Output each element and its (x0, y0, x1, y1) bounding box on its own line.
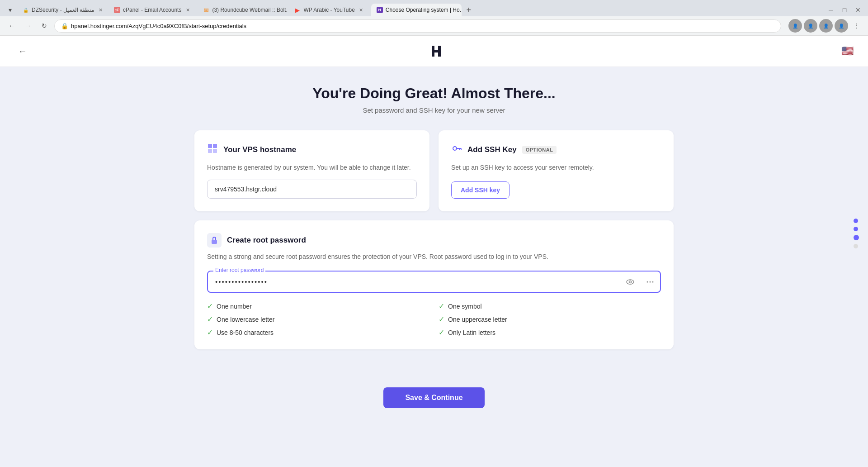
progress-dot-4 (854, 244, 858, 248)
req-latin-letters-text: Only Latin letters (448, 329, 495, 336)
url-text: hpanel.hostinger.com/AzqVgEU4c0a9XC0fB/s… (71, 23, 246, 29)
tab-favicon-roundcube: ✉ (203, 7, 209, 13)
req-one-uppercase-text: One uppercase letter (448, 316, 507, 323)
tab-dzSecurity[interactable]: 🔒 DZSecurity - منطقة العميل ✕ (17, 4, 108, 16)
ssh-key-card: Add SSH Key OPTIONAL Set up an SSH key t… (439, 130, 674, 211)
tab-title-roundcube: (3) Roundcube Webmail :: Bolt... (212, 7, 288, 13)
tab-title-cpanel: cPanel - Email Accounts (123, 7, 181, 13)
url-bar[interactable]: 🔒 hpanel.hostinger.com/AzqVgEU4c0a9XC0fB… (54, 19, 781, 33)
lock-svg-icon (210, 236, 219, 245)
password-input[interactable] (208, 272, 620, 292)
req-one-number-check: ✓ (207, 302, 213, 310)
close-window-button[interactable]: ✕ (852, 4, 864, 16)
logo (428, 43, 444, 59)
maximize-button[interactable]: □ (838, 4, 851, 16)
minimize-button[interactable]: ─ (825, 4, 837, 16)
req-one-uppercase: ✓ One uppercase letter (439, 315, 661, 324)
svg-point-13 (652, 281, 654, 282)
eye-icon (626, 277, 635, 286)
profile-avatar-4[interactable]: 👤 (835, 19, 848, 33)
tab-close-cpanel[interactable]: ✕ (184, 6, 191, 14)
progress-dot-2 (854, 227, 858, 231)
ssh-key-icon (451, 143, 462, 157)
profile-avatar-3[interactable]: 👤 (819, 19, 833, 33)
svg-rect-2 (208, 149, 212, 153)
req-one-symbol-text: One symbol (448, 303, 482, 310)
req-latin-letters-check: ✓ (439, 328, 444, 337)
svg-rect-0 (208, 144, 212, 148)
svg-point-9 (627, 280, 634, 284)
save-button-wrap: Save & Continue (0, 376, 868, 419)
tab-favicon-youtube: ▶ (294, 7, 301, 13)
language-flag[interactable]: 🇺🇸 (841, 45, 854, 57)
tab-close-dzSecurity[interactable]: ✕ (97, 6, 104, 14)
tab-hostinger[interactable]: H Choose Operating system | Ho... ✕ (371, 4, 462, 16)
password-description: Setting a strong and secure root passwor… (207, 252, 661, 262)
back-nav-button[interactable]: ← (5, 19, 18, 32)
password-card-header: Create root password (207, 233, 661, 248)
req-one-uppercase-check: ✓ (439, 315, 444, 324)
page-content: ← 🇺🇸 You're Doing Great! Almost There...… (0, 36, 868, 467)
toggle-password-visibility-button[interactable] (620, 272, 640, 292)
generate-icon (646, 277, 655, 286)
req-character-length: ✓ Use 8-50 characters (207, 328, 429, 337)
profile-avatar-1[interactable]: 👤 (788, 19, 802, 33)
req-one-number-text: One number (217, 303, 252, 310)
tab-youtube[interactable]: ▶ WP Arabic - YouTube ✕ (289, 4, 370, 16)
hostinger-logo-icon (428, 43, 444, 59)
new-tab-button[interactable]: + (462, 4, 475, 16)
tab-close-youtube[interactable]: ✕ (358, 6, 365, 14)
vps-hostname-card-header: Your VPS hostname (207, 143, 417, 157)
tab-title-dzSecurity: DZSecurity - منطقة العميل (32, 7, 94, 13)
add-ssh-key-button[interactable]: Add SSH key (451, 181, 509, 199)
tab-cpanel[interactable]: cP cPanel - Email Accounts ✕ (108, 4, 197, 16)
tab-bar: ▾ 🔒 DZSecurity - منطقة العميل ✕ cP cPane… (0, 0, 868, 16)
ssh-key-title: Add SSH Key (467, 145, 517, 154)
page-subtitle: Set password and SSH key for your new se… (194, 106, 674, 114)
page-back-button[interactable]: ← (14, 43, 31, 59)
vps-hostname-title: Your VPS hostname (223, 145, 296, 154)
vps-hostname-description: Hostname is generated by our system. You… (207, 163, 417, 172)
forward-nav-button[interactable]: → (22, 19, 34, 32)
req-character-length-check: ✓ (207, 328, 213, 337)
svg-point-12 (650, 281, 651, 282)
svg-point-4 (453, 147, 457, 150)
req-one-symbol-check: ✓ (439, 302, 444, 310)
generate-password-button[interactable] (640, 272, 660, 292)
page-body: You're Doing Great! Almost There... Set … (185, 67, 683, 376)
tab-favicon-dzSecurity: 🔒 (23, 7, 29, 13)
page-header: ← 🇺🇸 (0, 36, 868, 67)
browser-chrome: ▾ 🔒 DZSecurity - منطقة العميل ✕ cP cPane… (0, 0, 868, 36)
grid-icon (207, 143, 218, 154)
hostname-input[interactable] (207, 180, 417, 199)
tab-title-youtube: WP Arabic - YouTube (303, 7, 354, 13)
password-input-wrap: Enter root password (207, 271, 661, 293)
svg-rect-1 (213, 144, 217, 148)
tab-title-hostinger: Choose Operating system | Ho... (386, 7, 462, 13)
progress-dot-3 (854, 235, 859, 240)
progress-dot-1 (854, 219, 858, 223)
save-continue-button[interactable]: Save & Continue (383, 387, 484, 408)
extensions-button[interactable]: ⋮ (850, 19, 863, 32)
ssh-key-card-header: Add SSH Key OPTIONAL (451, 143, 661, 157)
req-one-lowercase-check: ✓ (207, 315, 213, 324)
password-input-actions (620, 272, 660, 292)
browser-actions: 👤 👤 👤 👤 ⋮ (788, 19, 863, 33)
page-title: You're Doing Great! Almost There... (194, 85, 674, 102)
tab-roundcube[interactable]: ✉ (3) Roundcube Webmail :: Bolt... ✕ (198, 4, 288, 16)
svg-rect-8 (212, 240, 217, 244)
password-card: Create root password Setting a strong an… (194, 220, 674, 349)
vps-hostname-icon (207, 143, 218, 157)
lock-icon (207, 233, 222, 248)
profile-avatar-2[interactable]: 👤 (804, 19, 817, 33)
key-icon (451, 143, 462, 154)
tab-group-button[interactable]: ▾ (4, 4, 16, 16)
req-character-length-text: Use 8-50 characters (217, 329, 274, 336)
lock-secure-icon: 🔒 (61, 23, 68, 29)
svg-rect-3 (213, 149, 217, 153)
password-requirements-grid: ✓ One number ✓ One symbol ✓ One lowercas… (207, 302, 661, 337)
vps-hostname-card: Your VPS hostname Hostname is generated … (194, 130, 429, 211)
password-section-title: Create root password (227, 236, 306, 245)
optional-badge: OPTIONAL (522, 146, 557, 154)
reload-button[interactable]: ↻ (38, 19, 51, 32)
